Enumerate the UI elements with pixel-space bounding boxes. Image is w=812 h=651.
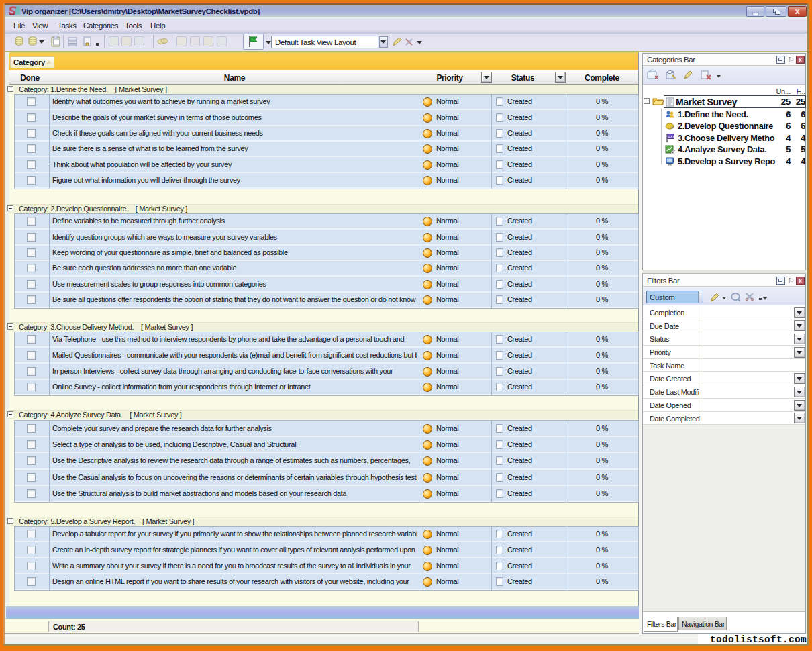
svg-text:FU: FU: [668, 135, 674, 139]
